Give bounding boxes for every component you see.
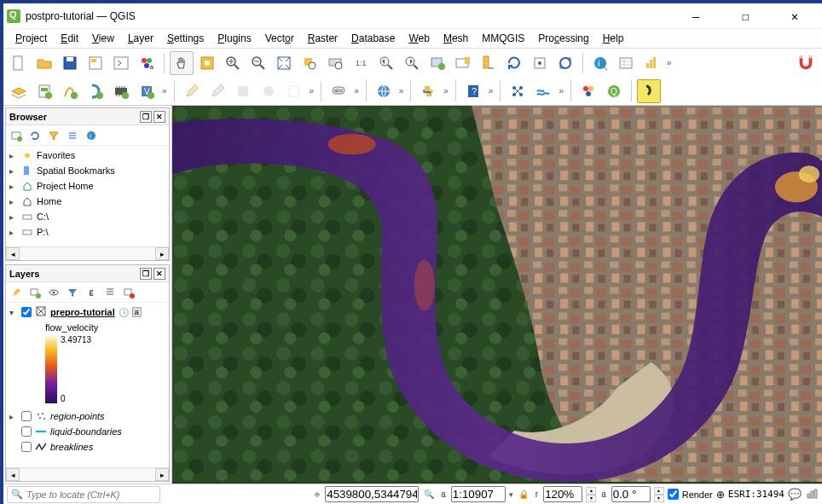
magnifier-field[interactable]: [543, 486, 582, 502]
mesh-vector-icon[interactable]: [506, 79, 530, 103]
toolbar2-overflow-3-icon[interactable]: »: [352, 86, 361, 96]
add-feature-icon[interactable]: [257, 79, 281, 103]
edit-feature-icon[interactable]: [180, 79, 204, 103]
layer-style-icon[interactable]: [8, 284, 25, 301]
refresh-icon[interactable]: [502, 51, 526, 75]
refresh-2-icon[interactable]: [553, 51, 577, 75]
zoom-layer-icon[interactable]: [323, 51, 347, 75]
close-button[interactable]: ✕: [778, 6, 812, 26]
zoom-last-icon[interactable]: [374, 51, 398, 75]
pan-to-selection-icon[interactable]: [195, 51, 219, 75]
open-project-icon[interactable]: [32, 51, 56, 75]
snapping-icon[interactable]: [793, 51, 819, 75]
web-icon[interactable]: [372, 79, 396, 103]
toolbar2-overflow-4-icon[interactable]: »: [397, 86, 406, 96]
basemap-icon[interactable]: [637, 79, 661, 103]
new-project-icon[interactable]: [7, 51, 31, 75]
toolbar2-overflow-6-icon[interactable]: »: [487, 86, 495, 96]
new-print-layout-icon[interactable]: [84, 51, 107, 75]
menu-vector[interactable]: Vector: [260, 31, 299, 46]
data-source-mgr-icon[interactable]: [7, 79, 31, 103]
menu-raster[interactable]: Raster: [303, 31, 343, 46]
layer-check-liquid[interactable]: [21, 426, 32, 437]
layer-filter-icon[interactable]: [64, 284, 81, 301]
layer-check-region[interactable]: [21, 411, 32, 421]
menu-mesh[interactable]: Mesh: [438, 31, 473, 46]
layer-breaklines[interactable]: breaklines: [6, 439, 169, 455]
maximize-button[interactable]: ☐: [728, 6, 762, 26]
menu-web[interactable]: Web: [403, 31, 434, 46]
zoom-next-icon[interactable]: [400, 51, 424, 75]
zoom-in-icon[interactable]: [221, 51, 245, 75]
minimize-button[interactable]: —: [679, 6, 713, 26]
browser-collapse-icon[interactable]: [64, 127, 81, 144]
toolbar2-overflow-7-icon[interactable]: »: [557, 86, 565, 96]
browser-item-drive-p[interactable]: ▸P:\: [6, 224, 169, 240]
new-shapefile-icon[interactable]: [58, 79, 82, 103]
layer-remove-icon[interactable]: [120, 284, 137, 301]
menu-edit[interactable]: Edit: [55, 31, 84, 46]
menu-layer[interactable]: Layer: [123, 31, 159, 46]
statistics-icon[interactable]: [640, 51, 663, 75]
layer-region-points[interactable]: ▸ region-points: [6, 408, 169, 424]
lock-icon[interactable]: 🔒: [517, 490, 530, 499]
menu-mmqgis[interactable]: MMQGIS: [477, 31, 530, 46]
attribute-table-icon[interactable]: [614, 51, 638, 75]
menu-settings[interactable]: Settings: [162, 31, 209, 46]
scale-field[interactable]: [451, 486, 506, 502]
browser-close-icon[interactable]: ✕: [153, 111, 165, 123]
render-check[interactable]: [668, 489, 679, 500]
new-spatialite-icon[interactable]: [84, 79, 107, 103]
browser-filter-icon[interactable]: [45, 127, 62, 144]
browser-item-drive-c[interactable]: ▸C:\: [6, 209, 169, 224]
scale-dropdown-icon[interactable]: ▾: [509, 490, 513, 499]
toolbar1-overflow-icon[interactable]: »: [665, 58, 674, 67]
rot-spinner[interactable]: ▴▾: [654, 487, 664, 502]
style-manager-icon[interactable]: a: [135, 51, 159, 75]
browser-item-bookmarks[interactable]: ▸Spatial Bookmarks: [6, 163, 169, 178]
control-icon[interactable]: [528, 51, 552, 75]
layer-active-check[interactable]: [21, 307, 32, 317]
browser-hscroll[interactable]: ◂▸: [6, 246, 169, 260]
pan-icon[interactable]: [170, 51, 194, 75]
layer-add-group-icon[interactable]: [26, 284, 43, 301]
temporal-icon[interactable]: [477, 51, 501, 75]
rotation-field[interactable]: [611, 486, 651, 502]
new-bookmark-icon[interactable]: [451, 51, 475, 75]
new-geopackage-icon[interactable]: [32, 79, 56, 103]
save-project-icon[interactable]: [58, 51, 82, 75]
zoom-native-icon[interactable]: 1:1: [349, 51, 373, 75]
python-icon[interactable]: [416, 79, 440, 103]
layers-restore-icon[interactable]: ❐: [140, 268, 152, 280]
browser-tree[interactable]: ▸★Favorites ▸Spatial Bookmarks ▸Project …: [6, 146, 169, 246]
layers-close-icon[interactable]: ✕: [153, 268, 165, 280]
layer-liquid-boundaries[interactable]: liquid-boundaries: [6, 424, 169, 439]
crs-icon[interactable]: ⊕: [716, 489, 725, 501]
toolbar2-overflow-1-icon[interactable]: »: [160, 86, 169, 96]
layers-tree[interactable]: ▾ prepro-tutorial 🕓 a flow_velocity 3.49…: [6, 303, 169, 467]
map-canvas[interactable]: [172, 106, 822, 484]
browser-restore-icon[interactable]: ❐: [140, 111, 152, 123]
toolbar2-overflow-5-icon[interactable]: »: [442, 86, 450, 96]
telemac-icon[interactable]: [576, 79, 600, 103]
browser-properties-icon[interactable]: i: [83, 127, 100, 144]
new-mem-layer-icon[interactable]: [109, 79, 133, 103]
plugin-status-icon[interactable]: [805, 487, 819, 502]
mag-spinner[interactable]: ▴▾: [586, 487, 596, 502]
toolbar2-overflow-2-icon[interactable]: »: [308, 86, 316, 96]
browser-add-icon[interactable]: [8, 127, 25, 144]
layer-expr-icon[interactable]: ε: [83, 284, 100, 301]
identify-icon[interactable]: i: [588, 51, 612, 75]
layer-visibility-icon[interactable]: [45, 284, 62, 301]
locator-input[interactable]: [26, 490, 156, 500]
menu-view[interactable]: View: [87, 31, 119, 46]
messages-icon[interactable]: 💬: [788, 488, 802, 501]
qgis-plugin-icon[interactable]: Q: [602, 79, 626, 103]
browser-item-favorites[interactable]: ▸★Favorites: [6, 148, 169, 163]
layer-expand-icon[interactable]: [101, 284, 119, 301]
zoom-selection-icon[interactable]: [298, 51, 321, 75]
annotation-icon[interactable]: abc: [327, 79, 350, 103]
new-virtual-icon[interactable]: V: [135, 79, 159, 103]
layout-manager-icon[interactable]: [109, 51, 133, 75]
zoom-out-icon[interactable]: [246, 51, 270, 75]
